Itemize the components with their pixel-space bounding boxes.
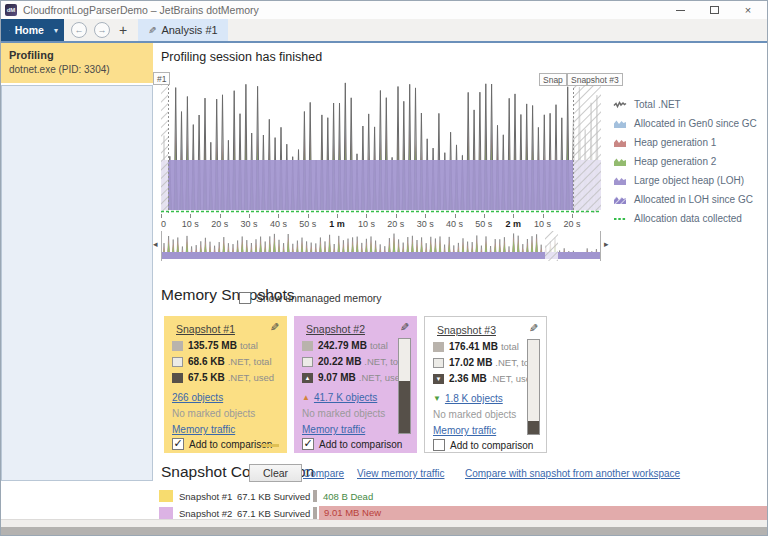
status-bar [1, 519, 767, 527]
objects-link[interactable]: 266 objects [172, 392, 223, 403]
axis-tick-label: 0 [161, 219, 166, 229]
chart-legend: Total .NET Allocated in Gen0 since GC He… [613, 95, 768, 228]
objects-link[interactable]: 1.8 K objects [445, 393, 503, 404]
snapshot-3-link[interactable]: Snapshot #3 [437, 324, 496, 336]
scroll-left-arrow[interactable]: ◂ [153, 239, 158, 249]
window-controls: × [663, 1, 765, 19]
memory-gauge [398, 338, 411, 434]
objects-link[interactable]: 41.7 K objects [314, 392, 377, 403]
net-total-swatch [433, 358, 444, 368]
compare-other-workspace-link[interactable]: Compare with snapshot from another works… [465, 468, 680, 479]
plus-icon: + [119, 22, 127, 38]
clear-button[interactable]: Clear [249, 464, 302, 482]
comparison-row-snapshot-2: Snapshot #2 67.1 KB Survived 9.01 MB New [153, 507, 768, 520]
chevron-down-icon[interactable]: ▾ [54, 26, 58, 35]
window-title: CloudfrontLogParserDemo – JetBrains dotM… [23, 4, 259, 16]
total-swatch [172, 341, 183, 351]
axis-tick-label: 40 s [446, 219, 463, 229]
marked-objects-text: No marked objects [302, 408, 385, 419]
bottom-bar [1, 527, 767, 536]
marked-objects-text: No marked objects [172, 408, 255, 419]
session-status-text: Profiling session has finished [161, 50, 322, 64]
home-button-label: Home [15, 24, 44, 36]
forward-icon: → [98, 25, 107, 35]
sidebar: Profiling dotnet.exe (PID: 3304) [1, 43, 153, 519]
snapshot-card-3: Snapshot #3 ✎ 176.41 MBtotal 17.02 MB.NE… [424, 316, 547, 453]
minimize-button[interactable] [663, 1, 697, 19]
axis-tick-label: 50 s [475, 219, 492, 229]
add-to-comparison-checkbox[interactable]: ✓ Add to comparison [302, 438, 402, 450]
memory-timeline-chart[interactable] [161, 76, 601, 213]
checkbox-checked: ✓ [302, 438, 314, 450]
add-to-comparison-checkbox[interactable]: ✓ Add to comparison [172, 438, 272, 450]
snapshot-marker-3: Snapshot #3 [567, 73, 623, 86]
dashed-line-series-icon [613, 213, 627, 224]
dotmemory-app-icon: dM [5, 4, 17, 16]
add-to-comparison-checkbox[interactable]: Add to comparison [433, 439, 533, 451]
dead-delta-text: 408 B Dead [323, 491, 373, 502]
survived-bar [313, 507, 317, 519]
show-unmanaged-checkbox[interactable]: Show unmanaged memory [239, 292, 381, 304]
net-total-swatch [172, 357, 183, 367]
increase-icon: ▲ [305, 375, 311, 381]
snapshot-card-1: Snapshot #1 ✎ 135.75 MBtotal 68.6 KB.NET… [164, 316, 287, 453]
new-tab-button[interactable]: + [114, 19, 132, 41]
snapshot-2-link[interactable]: Snapshot #2 [306, 323, 365, 335]
snapshot-2-color-swatch [159, 507, 173, 519]
session-process: dotnet.exe (PID: 3304) [9, 64, 145, 75]
comparison-color-tag [262, 444, 279, 447]
edit-icon: ✎ [148, 25, 156, 36]
maximize-button[interactable] [697, 1, 731, 19]
trend-down-icon: ▼ [433, 395, 441, 403]
snapshot-1-link[interactable]: Snapshot #1 [176, 323, 235, 335]
survived-bar [313, 490, 317, 502]
axis-tick-label: 30 s [241, 219, 258, 229]
memory-gauge [527, 339, 540, 435]
scroll-right-arrow[interactable]: ▸ [604, 239, 609, 249]
line-series-icon [613, 99, 627, 110]
legend-item-gen2: Heap generation 2 [613, 152, 768, 171]
legend-item-alloc-collected: Allocation data collected [613, 209, 768, 228]
back-button[interactable]: ← [71, 22, 87, 38]
main-panel: Profiling session has finished #1 Snap S… [153, 43, 767, 519]
home-button[interactable]: Home ▾ [1, 19, 64, 41]
snapshot-marker-1: #1 [153, 72, 170, 85]
session-title: Profiling [9, 49, 145, 61]
axis-tick-label: 20 s [211, 219, 228, 229]
rename-icon[interactable]: ✎ [270, 321, 279, 334]
memory-traffic-link[interactable]: Memory traffic [172, 424, 235, 435]
net-used-swatch: ▲ [302, 373, 313, 383]
timeline-overview[interactable] [161, 231, 601, 261]
axis-tick-label: 50 s [299, 219, 316, 229]
total-swatch [433, 342, 444, 352]
checkbox-checked: ✓ [172, 438, 184, 450]
app-window: dM CloudfrontLogParserDemo – JetBrains d… [0, 0, 768, 536]
close-button[interactable]: × [731, 1, 765, 19]
rename-icon[interactable]: ✎ [529, 322, 538, 335]
decrease-icon: ▼ [436, 376, 442, 382]
axis-tick-label: 40 s [270, 219, 287, 229]
net-used-swatch: ▼ [433, 374, 444, 384]
view-memory-traffic-link[interactable]: View memory traffic [357, 468, 444, 479]
snapshot-marker-2: Snap [539, 73, 567, 86]
trend-up-icon: ▲ [302, 394, 310, 402]
toolbar: Home ▾ ← → + ✎ Analysis #1 [1, 19, 767, 43]
hatched-area-series-icon [613, 194, 627, 205]
area-series-icon [613, 118, 627, 129]
sidebar-session-item[interactable]: Profiling dotnet.exe (PID: 3304) [1, 43, 153, 83]
axis-tick-label: 2 m [505, 219, 521, 229]
close-icon: × [745, 4, 751, 16]
tab-analysis-1[interactable]: ✎ Analysis #1 [138, 19, 228, 41]
legend-item-loh: Large object heap (LOH) [613, 171, 768, 190]
checkbox-unchecked [433, 439, 445, 451]
legend-item-gen1: Heap generation 1 [613, 133, 768, 152]
total-swatch [302, 341, 313, 351]
net-used-swatch [172, 373, 183, 383]
rename-icon[interactable]: ✎ [400, 321, 409, 334]
checkbox-unchecked [239, 292, 251, 304]
memory-traffic-link[interactable]: Memory traffic [302, 424, 365, 435]
compare-link[interactable]: Compare [303, 468, 344, 479]
snapshot-1-color-swatch [159, 490, 173, 502]
forward-button[interactable]: → [94, 22, 110, 38]
memory-traffic-link[interactable]: Memory traffic [433, 425, 496, 436]
